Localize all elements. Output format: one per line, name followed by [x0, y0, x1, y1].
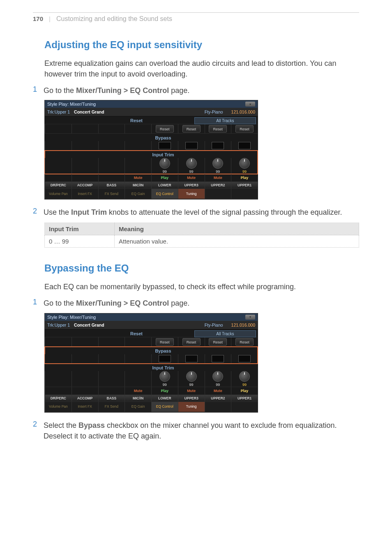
reset-button[interactable]: Reset	[156, 125, 174, 132]
knob-value: 99	[163, 169, 167, 174]
col-header: LOWER	[151, 395, 178, 402]
tab-eq-gain[interactable]: EQ Gain	[125, 402, 151, 412]
sound-category: Fty-Piano	[205, 323, 223, 327]
step-text-post: page.	[169, 299, 189, 307]
tab-empty	[205, 402, 231, 412]
tab-eq-control[interactable]: EQ Control	[151, 189, 178, 199]
step-number: 2	[30, 207, 37, 218]
bypass-checkbox[interactable]	[159, 355, 171, 362]
step-text-pre: Go to the	[44, 299, 76, 307]
col-header: LOWER	[151, 182, 178, 188]
input-trim-knob[interactable]	[212, 158, 223, 169]
reset-button[interactable]: Reset	[156, 338, 174, 346]
reset-buttons-row: Reset Reset Reset Reset	[45, 337, 258, 347]
tab-tuning[interactable]: Tuning	[178, 402, 205, 412]
knob-value: 99	[242, 169, 247, 174]
play-indicator[interactable]: Play	[241, 389, 249, 393]
chapter-title: Customizing and editing the Sound sets	[56, 15, 172, 23]
ui-term: Input Trim	[71, 208, 107, 216]
bank-program: 121.016.000	[231, 109, 255, 114]
page-header: 170 | Customizing and editing the Sound …	[33, 12, 359, 23]
input-trim-knob[interactable]	[212, 371, 223, 382]
step-text-post: knobs to attenuate the level of the sign…	[107, 208, 342, 216]
input-trim-knob[interactable]	[159, 158, 170, 169]
bypass-label: Bypass	[45, 347, 258, 354]
mute-indicator[interactable]: Mute	[187, 389, 196, 393]
input-trim-knob[interactable]	[239, 158, 250, 169]
section2-title: Bypassing the EQ	[44, 262, 359, 274]
mute-indicator[interactable]: Mute	[134, 389, 143, 393]
reset-button[interactable]: Reset	[235, 125, 254, 132]
tab-row: Volume Pan Insert FX FX Send EQ Gain EQ …	[45, 402, 258, 412]
input-trim-knob[interactable]	[186, 371, 197, 382]
col-header: ACCOMP	[71, 395, 98, 402]
tab-eq-gain[interactable]: EQ Gain	[125, 189, 151, 199]
tab-insert-fx[interactable]: Insert FX	[71, 189, 98, 199]
col-header: UPPER3	[178, 395, 205, 402]
step-number: 2	[30, 420, 37, 441]
mute-indicator[interactable]: Mute	[187, 176, 196, 180]
bypass-checkbox[interactable]	[238, 355, 251, 362]
tab-fx-send[interactable]: FX Send	[98, 402, 125, 412]
mixer-track-info: Trk:Upper 1 Concert Grand Fty-Piano 121.…	[45, 108, 258, 116]
tab-tuning[interactable]: Tuning	[178, 189, 205, 199]
play-indicator[interactable]: Play	[161, 389, 169, 393]
tab-row: Volume Pan Insert FX FX Send EQ Gain EQ …	[45, 189, 258, 199]
menu-dropdown-icon[interactable]: ▾	[245, 102, 255, 107]
bypass-checkbox[interactable]	[159, 142, 171, 149]
mute-indicator[interactable]: Mute	[134, 176, 143, 180]
s1-step2: 2 Use the Input Trim knobs to attenuate …	[33, 207, 359, 218]
page-sep: |	[49, 15, 51, 22]
mute-indicator[interactable]: Mute	[214, 176, 222, 180]
step-number: 1	[30, 85, 37, 96]
knob-value: 99	[163, 383, 167, 387]
bypass-section: Bypass	[45, 134, 258, 151]
section1-title: Adjusting the EQ input sensitivity	[44, 39, 359, 51]
bypass-checkbox[interactable]	[185, 355, 198, 362]
bypass-checkbox[interactable]	[185, 142, 198, 149]
play-indicator[interactable]: Play	[161, 176, 169, 180]
reset-button[interactable]: Reset	[209, 125, 227, 132]
reset-button[interactable]: Reset	[182, 125, 201, 132]
col-header: MIC/IN	[125, 395, 151, 402]
step-text-post: page.	[169, 86, 189, 95]
sound-name: Concert Grand	[74, 109, 104, 114]
tab-volume-pan[interactable]: Volume Pan	[45, 402, 71, 412]
col-header: BASS	[98, 182, 125, 188]
sound-name: Concert Grand	[74, 323, 104, 327]
bypass-checkbox[interactable]	[212, 142, 224, 149]
bypass-label: Bypass	[45, 134, 258, 141]
input-trim-knob[interactable]	[186, 158, 197, 169]
table-cell: 0 … 99	[45, 235, 115, 248]
tab-insert-fx[interactable]: Insert FX	[71, 402, 98, 412]
tab-eq-control[interactable]: EQ Control	[151, 402, 178, 412]
step-text-pre: Go to the	[44, 86, 76, 95]
reset-button[interactable]: Reset	[235, 338, 254, 346]
bypass-checkbox[interactable]	[212, 355, 224, 362]
col-header: DR/PERC	[45, 395, 71, 402]
input-trim-knob[interactable]	[239, 371, 250, 382]
reset-button[interactable]: Reset	[182, 338, 201, 346]
tab-fx-send[interactable]: FX Send	[98, 189, 125, 199]
col-header: UPPER1	[231, 182, 258, 188]
col-header: DR/PERC	[45, 182, 71, 188]
tab-volume-pan[interactable]: Volume Pan	[45, 189, 71, 199]
menu-dropdown-icon[interactable]: ▾	[245, 315, 255, 320]
step-text-pre: Use the	[44, 208, 71, 216]
reset-label: Reset	[45, 330, 148, 337]
all-tracks-label: All Tracks	[194, 117, 256, 124]
reset-button[interactable]: Reset	[209, 338, 227, 346]
play-indicator[interactable]: Play	[241, 176, 249, 180]
bypass-checkbox[interactable]	[238, 142, 251, 149]
s2-step2: 2 Select the Bypass checkbox on the mixe…	[33, 420, 359, 441]
reset-label: Reset	[45, 116, 148, 124]
col-header: ACCOMP	[71, 182, 98, 188]
mixer-title-bar: Style Play: Mixer/Tuning ▾	[45, 313, 258, 321]
input-trim-section: Input Trim 99 99 99 99	[45, 364, 258, 387]
knob-value: 99	[189, 169, 194, 174]
table-header: Meaning	[115, 223, 359, 235]
window-title: Style Play: Mixer/Tuning	[47, 102, 96, 107]
mute-indicator[interactable]: Mute	[214, 389, 222, 393]
input-trim-knob[interactable]	[159, 371, 170, 382]
ui-term: Bypass	[78, 421, 105, 429]
